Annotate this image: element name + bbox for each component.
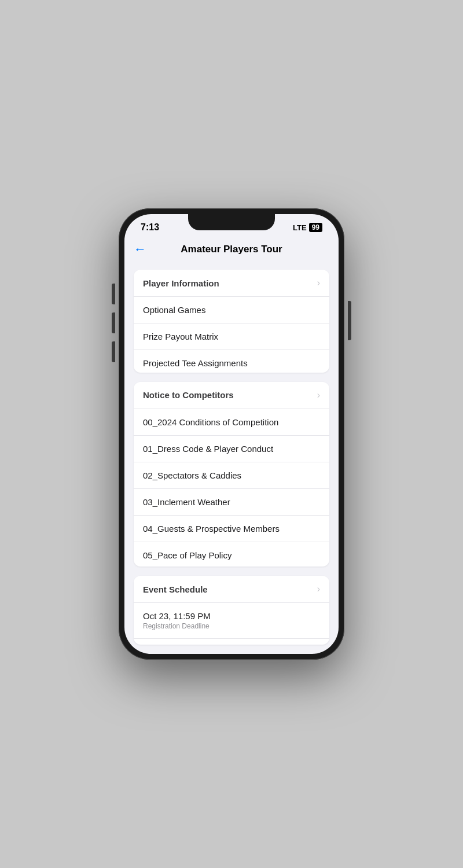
list-item-player-information[interactable]: Player Information › [134, 270, 329, 297]
list-item-spectators[interactable]: 02_Spectators & Caddies [134, 462, 329, 489]
back-button[interactable]: ← [134, 240, 151, 259]
list-item-prize-payout[interactable]: Prize Payout Matrix [134, 323, 329, 350]
chevron-right-icon: › [317, 278, 320, 288]
event-oct23-container: Oct 23, 11:59 PM Registration Deadline [143, 611, 211, 630]
dress-code-label: 01_Dress Code & Player Conduct [143, 444, 273, 454]
notice-competitors-label: Notice to Competitors [143, 390, 234, 400]
player-information-label: Player Information [143, 278, 219, 288]
event-schedule-label: Event Schedule [143, 584, 208, 594]
notch [188, 214, 275, 230]
weather-label: 03_Inclement Weather [143, 497, 230, 507]
guests-label: 04_Guests & Prospective Members [143, 524, 280, 534]
list-item-event-oct24[interactable]: Oct 24, 12:00 PM [134, 639, 329, 645]
section3-card: Event Schedule › Oct 23, 11:59 PM Regist… [134, 576, 329, 645]
list-item-weather[interactable]: 03_Inclement Weather [134, 489, 329, 516]
nav-header: ← Amateur Players Tour [124, 235, 339, 265]
list-item-pace-of-play[interactable]: 05_Pace of Play Policy [134, 542, 329, 567]
status-right: LTE 99 [293, 223, 322, 232]
list-item-event-schedule[interactable]: Event Schedule › [134, 576, 329, 603]
projected-tee-label: Projected Tee Assignments [143, 358, 248, 368]
list-item-guests[interactable]: 04_Guests & Prospective Members [134, 516, 329, 542]
conditions-label: 00_2024 Conditions of Competition [143, 417, 278, 427]
event-oct23-subtitle: Registration Deadline [143, 622, 211, 630]
phone-frame: 7:13 LTE 99 ← Amateur Players Tour Playe… [119, 208, 344, 660]
network-indicator: LTE [293, 223, 307, 232]
spectators-label: 02_Spectators & Caddies [143, 470, 241, 480]
section2-card: Notice to Competitors › 00_2024 Conditio… [134, 382, 329, 567]
pace-of-play-label: 05_Pace of Play Policy [143, 550, 232, 560]
list-item-dress-code[interactable]: 01_Dress Code & Player Conduct [134, 436, 329, 462]
content-area: Player Information › Optional Games Priz… [124, 265, 339, 654]
list-item-optional-games[interactable]: Optional Games [134, 297, 329, 323]
section1-card: Player Information › Optional Games Priz… [134, 270, 329, 373]
optional-games-label: Optional Games [143, 305, 205, 315]
list-item-notice-competitors[interactable]: Notice to Competitors › [134, 382, 329, 409]
prize-payout-label: Prize Payout Matrix [143, 332, 218, 341]
battery-indicator: 99 [309, 223, 322, 232]
list-item-conditions[interactable]: 00_2024 Conditions of Competition [134, 409, 329, 436]
list-item-event-oct23[interactable]: Oct 23, 11:59 PM Registration Deadline [134, 603, 329, 639]
phone-screen: 7:13 LTE 99 ← Amateur Players Tour Playe… [124, 214, 339, 654]
event-oct23-date: Oct 23, 11:59 PM [143, 611, 211, 621]
page-title: Amateur Players Tour [181, 244, 282, 255]
chevron-right-icon2: › [317, 390, 320, 400]
status-time: 7:13 [141, 222, 159, 233]
chevron-right-icon3: › [317, 584, 320, 594]
list-item-projected-tee[interactable]: Projected Tee Assignments [134, 350, 329, 373]
